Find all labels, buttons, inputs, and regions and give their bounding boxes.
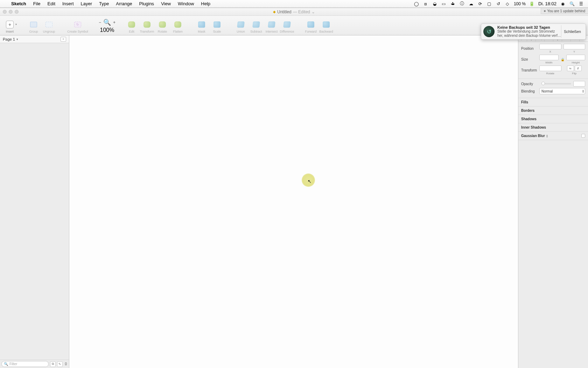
menu-insert[interactable]: Insert bbox=[59, 1, 77, 6]
menu-layer[interactable]: Layer bbox=[77, 1, 96, 6]
menu-view[interactable]: View bbox=[158, 1, 174, 6]
edit-button[interactable]: Edit bbox=[124, 18, 139, 33]
zoom-in-button[interactable]: + bbox=[113, 20, 115, 25]
blur-type-arrows-icon[interactable]: ▴▾ bbox=[546, 134, 548, 138]
filter-input[interactable]: 🔍 Filter bbox=[1, 361, 49, 367]
cloud-icon[interactable]: ☁ bbox=[468, 1, 474, 6]
traffic-lights[interactable] bbox=[3, 10, 19, 14]
union-button[interactable]: Union bbox=[233, 18, 248, 33]
menu-window[interactable]: Window bbox=[174, 1, 197, 6]
position-x-input[interactable] bbox=[539, 44, 561, 49]
fills-section[interactable]: Fills bbox=[518, 98, 588, 107]
rotate-icon bbox=[159, 21, 166, 28]
forward-button[interactable]: Forward bbox=[303, 18, 318, 33]
close-window-icon[interactable] bbox=[3, 10, 7, 14]
y-sublabel: Y bbox=[573, 50, 575, 53]
collapse-pages-button[interactable]: ≡ bbox=[61, 37, 66, 42]
union-label: Union bbox=[237, 30, 245, 33]
menu-plugins[interactable]: Plugins bbox=[135, 1, 158, 6]
info-icon[interactable]: ⓘ bbox=[459, 1, 465, 7]
shadows-section[interactable]: Shadows bbox=[518, 115, 588, 123]
menu-type[interactable]: Type bbox=[96, 1, 112, 6]
dropbox-icon[interactable]: ⧈ bbox=[423, 1, 428, 6]
mask-icon bbox=[198, 21, 205, 28]
siri-icon[interactable]: ◉ bbox=[560, 1, 566, 6]
status-app-icon[interactable]: ◒ bbox=[432, 1, 438, 6]
backward-button[interactable]: Backward bbox=[318, 18, 334, 33]
width-input[interactable] bbox=[539, 55, 559, 60]
wifi-icon[interactable]: ◇ bbox=[505, 1, 510, 6]
zoom-window-icon[interactable] bbox=[15, 10, 19, 14]
menu-edit[interactable]: Edit bbox=[44, 1, 59, 6]
gaussian-blur-checkbox[interactable] bbox=[581, 134, 585, 138]
backward-icon bbox=[323, 21, 330, 28]
clock[interactable]: Di. 18:02 bbox=[538, 1, 556, 6]
forward-label: Forward bbox=[305, 30, 317, 33]
create-symbol-label: Create Symbol bbox=[67, 30, 88, 33]
sync-icon[interactable]: ⟳ bbox=[477, 1, 483, 6]
search-icon: 🔍 bbox=[4, 362, 8, 366]
flip-horizontal-button[interactable]: ⇋ bbox=[567, 66, 574, 71]
filter-edit-button[interactable]: ✎ bbox=[57, 361, 63, 367]
document-title[interactable]: ◆ Untitled — Edited ⌄ bbox=[273, 9, 315, 14]
opacity-slider[interactable] bbox=[541, 83, 571, 84]
menu-help[interactable]: Help bbox=[197, 1, 214, 6]
calendar-icon[interactable]: ▭ bbox=[441, 1, 447, 6]
mask-button[interactable]: Mask bbox=[194, 18, 209, 33]
scale-button[interactable]: Scale bbox=[209, 18, 225, 33]
select-arrows-icon: ▴▾ bbox=[582, 89, 584, 93]
position-y-input[interactable] bbox=[564, 44, 586, 49]
menu-file[interactable]: File bbox=[30, 1, 44, 6]
opacity-input[interactable] bbox=[573, 81, 585, 87]
status-circle-icon[interactable]: ◯ bbox=[414, 1, 419, 6]
lock-aspect-icon[interactable]: 🔒 bbox=[561, 58, 564, 61]
flatten-button[interactable]: Flatten bbox=[170, 18, 186, 33]
ungroup-button[interactable]: Ungroup bbox=[41, 18, 57, 33]
transform-button[interactable]: Transform bbox=[139, 18, 155, 33]
airplay-icon[interactable]: ▢ bbox=[486, 1, 492, 6]
height-input[interactable] bbox=[566, 55, 586, 60]
size-label: Size bbox=[521, 57, 539, 61]
symbol-icon: ↻ bbox=[74, 22, 81, 27]
flip-sublabel: Flip bbox=[572, 72, 576, 75]
flip-vertical-button[interactable]: ⇵ bbox=[575, 66, 582, 71]
spotlight-icon[interactable]: 🔍 bbox=[569, 1, 575, 6]
subtract-button[interactable]: Subtract bbox=[248, 18, 264, 33]
battery-status[interactable]: 100 % bbox=[514, 1, 526, 6]
group-button[interactable]: Group bbox=[26, 18, 41, 33]
rotate-input[interactable] bbox=[539, 66, 561, 71]
docker-icon[interactable]: ⛴ bbox=[450, 1, 456, 6]
timemachine-icon[interactable]: ↺ bbox=[496, 1, 501, 6]
timemachine-notification-icon: ↺ bbox=[483, 26, 495, 37]
slider-knob-icon[interactable] bbox=[541, 82, 545, 85]
menu-arrange[interactable]: Arrange bbox=[112, 1, 135, 6]
update-banner[interactable]: You are 1 update behind bbox=[541, 8, 588, 14]
backup-notification: ↺ Keine Backups seit 32 Tagen Stelle die… bbox=[481, 23, 586, 40]
pages-dropdown[interactable]: Page 1 ▾ ≡ bbox=[0, 35, 69, 43]
layers-sidebar: Page 1 ▾ ≡ 🔍 Filter ⧉ ✎ 0 bbox=[0, 35, 69, 368]
app-menu[interactable]: Sketch bbox=[8, 1, 30, 6]
borders-section[interactable]: Borders bbox=[518, 107, 588, 115]
rotate-button[interactable]: Rotate bbox=[155, 18, 170, 33]
intersect-button[interactable]: Intersect bbox=[264, 18, 279, 33]
gaussian-blur-section[interactable]: Gaussian Blur ▴▾ bbox=[518, 132, 588, 140]
zoom-out-button[interactable]: − bbox=[99, 20, 101, 25]
borders-label: Borders bbox=[521, 109, 534, 113]
filter-placeholder: Filter bbox=[9, 362, 17, 366]
sketch-window: You are 1 update behind ◆ Untitled — Edi… bbox=[0, 8, 588, 368]
union-icon bbox=[237, 21, 245, 28]
battery-icon[interactable]: 🔋 bbox=[529, 1, 535, 6]
inner-shadows-section[interactable]: Inner Shadows bbox=[518, 123, 588, 132]
difference-button[interactable]: Difference bbox=[279, 18, 295, 33]
minimize-window-icon[interactable] bbox=[9, 10, 13, 14]
notification-close-button[interactable]: Schließen bbox=[561, 25, 583, 38]
zoom-control[interactable]: − 🔍 + 100% bbox=[99, 18, 115, 33]
notification-center-icon[interactable]: ☰ bbox=[578, 1, 584, 6]
intersect-icon bbox=[268, 21, 275, 28]
filter-copy-button[interactable]: ⧉ bbox=[50, 361, 56, 367]
macos-menubar: Sketch File Edit Insert Layer Type Arran… bbox=[0, 0, 588, 8]
canvas[interactable]: ↖ bbox=[69, 35, 518, 368]
create-symbol-button[interactable]: ↻ Create Symbol bbox=[65, 18, 90, 33]
blending-select[interactable]: Normal ▴▾ bbox=[539, 88, 585, 94]
insert-button[interactable]: + Insert bbox=[2, 18, 18, 33]
